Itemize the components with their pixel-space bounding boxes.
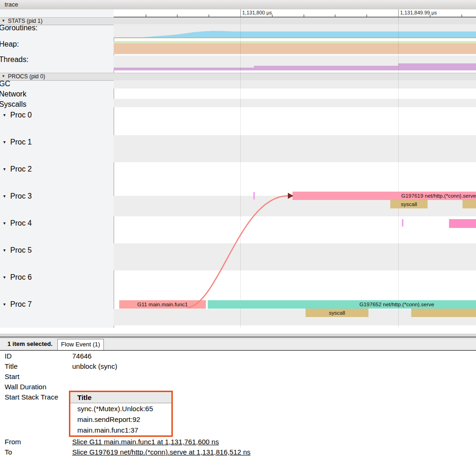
syscalls-track[interactable]: [114, 99, 476, 107]
slice-g11[interactable]: G11 main.main.func1: [119, 300, 206, 309]
ruler-label: 1,131,800 μs: [242, 10, 272, 15]
window-title: trace: [5, 1, 18, 8]
track-label-gc: GC: [0, 80, 10, 88]
ruler-minor-tick: [146, 14, 146, 17]
collapse-triangle-icon[interactable]: ▾: [2, 18, 5, 23]
ruler-minor-tick: [272, 14, 272, 17]
proc2-triangle-icon[interactable]: ▾: [3, 165, 6, 173]
slice-g197652[interactable]: G197652 net/http.(*conn).serve: [208, 300, 476, 309]
window-titlebar: trace: [0, 0, 476, 10]
gridline: [240, 17, 241, 328]
field-value-id: 74646: [72, 352, 92, 360]
goroutines-area-chart: [114, 24, 476, 38]
field-label-start: Start: [5, 372, 20, 380]
proc0-triangle-icon[interactable]: ▾: [3, 111, 6, 119]
proc6-triangle-icon[interactable]: ▾: [3, 273, 6, 282]
track-label-proc0: Proc 0: [10, 111, 32, 119]
to-slice-link[interactable]: Slice G197619 net/http.(*conn).serve at …: [72, 448, 251, 456]
stack-frame: main.sendReport:92: [70, 414, 171, 425]
proc3-syscall-slice-2[interactable]: [462, 200, 476, 208]
analysis-tabbar: 1 item selected. Flow Event (1): [0, 338, 476, 351]
field-label-title: Title: [5, 362, 18, 370]
proc1-triangle-icon[interactable]: ▾: [3, 138, 6, 146]
field-value-title: unblock (sync): [72, 362, 117, 370]
track-label-syscalls: Syscalls: [0, 100, 27, 109]
track-label-network: Network: [0, 90, 27, 98]
track-label-proc5: Proc 5: [10, 246, 32, 255]
procs-section-label: PROCS (pid 0): [8, 73, 45, 80]
selection-count: 1 item selected.: [7, 338, 53, 350]
track-label-proc4: Proc 4: [10, 219, 32, 228]
from-slice-link[interactable]: Slice G11 main.main.func1 at 1,131,761,6…: [72, 438, 219, 446]
slice-g197652-label: G197652 net/http.(*conn).serve: [327, 300, 467, 309]
stack-table-header: Title: [70, 392, 171, 403]
gridline: [398, 17, 399, 328]
track-label-proc2: Proc 2: [10, 165, 32, 173]
ruler-minor-tick: [304, 14, 304, 17]
track-label-proc3: Proc 3: [10, 192, 32, 200]
heap-area-chart[interactable]: [114, 43, 476, 54]
tab-flow-event[interactable]: Flow Event (1): [57, 339, 104, 350]
proc4-triangle-icon[interactable]: ▾: [3, 219, 6, 228]
ruler-minor-tick: [209, 14, 209, 17]
proc1-track[interactable]: [114, 135, 476, 162]
threads-area-seg3: [398, 63, 476, 70]
timeline-ruler[interactable]: 1,131,800 μs 1,131,849.99 μs: [114, 9, 476, 18]
gc-track[interactable]: [114, 80, 476, 89]
ruler-label: 1,131,849.99 μs: [400, 10, 437, 15]
collapse-triangle-icon[interactable]: ▾: [2, 74, 5, 78]
ruler-minor-tick: [430, 14, 430, 17]
proc3-syscall-slice[interactable]: syscall: [390, 200, 428, 208]
proc7-triangle-icon[interactable]: ▾: [3, 300, 6, 309]
ruler-minor-tick: [335, 14, 335, 17]
track-label-proc7: Proc 7: [10, 300, 32, 309]
ruler-minor-tick: [462, 14, 462, 17]
threads-area-seg1: [114, 68, 254, 70]
track-label-proc6: Proc 6: [10, 273, 32, 282]
procs-section-header[interactable]: ▾ PROCS (pid 0): [0, 73, 476, 81]
ruler-minor-tick: [367, 14, 367, 17]
field-label-wall-duration: Wall Duration: [5, 383, 46, 391]
track-label-heap: Heap:: [0, 40, 19, 48]
proc7-syscall-slice[interactable]: syscall: [306, 309, 368, 317]
proc3-triangle-icon[interactable]: ▾: [3, 192, 6, 200]
ruler-major-tick: 1,131,849.99 μs: [398, 9, 437, 17]
track-label-threads: Threads:: [0, 55, 28, 64]
slice-g197619[interactable]: G197619 net/http.(*conn).serve: [292, 192, 476, 200]
field-label-from: From: [5, 438, 21, 446]
ruler-minor-tick: [177, 14, 177, 17]
field-label-start-stack-trace: Start Stack Trace: [5, 393, 58, 401]
proc4-event-tick[interactable]: [402, 219, 403, 227]
stack-trace-table-highlight: Title sync.(*Mutex).Unlock:65 main.sendR…: [69, 391, 173, 437]
track-label-column: [0, 24, 114, 328]
proc7-syscall-slice-2[interactable]: [411, 309, 476, 317]
track-label-proc1: Proc 1: [10, 138, 32, 146]
proc3-event-tick[interactable]: [253, 192, 255, 200]
ruler-major-tick: 1,131,800 μs: [240, 9, 272, 17]
track-label-goroutines: Goroutines:: [0, 24, 38, 32]
goroutines-baseline: [114, 37, 476, 38]
field-label-to: To: [5, 448, 12, 456]
ruler-corner: [0, 9, 114, 17]
proc5-triangle-icon[interactable]: ▾: [3, 246, 6, 255]
threads-area-seg2: [254, 66, 398, 70]
proc4-slice[interactable]: [449, 219, 476, 228]
proc5-track[interactable]: [114, 243, 476, 270]
stack-frame: main.main.func1:37: [70, 425, 171, 435]
field-label-id: ID: [5, 352, 12, 360]
trace-viewer-window: trace 1,131,800 μs 1,131,849.99 μs ▾ STA…: [0, 0, 476, 462]
stack-frame: sync.(*Mutex).Unlock:65: [70, 403, 171, 414]
